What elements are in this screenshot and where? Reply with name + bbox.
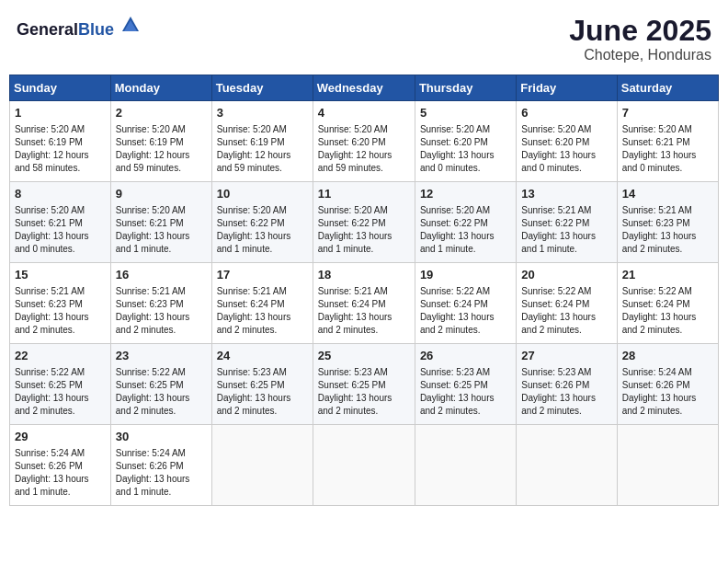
day-info: Daylight: 13 hours — [116, 230, 207, 243]
day-info: Sunrise: 5:22 AM — [622, 285, 713, 298]
day-info: and 2 minutes. — [15, 324, 106, 337]
day-info: Daylight: 13 hours — [116, 473, 207, 486]
day-info: Sunrise: 5:22 AM — [15, 366, 106, 379]
table-row: 21Sunrise: 5:22 AMSunset: 6:24 PMDayligh… — [617, 263, 718, 344]
table-row: 15Sunrise: 5:21 AMSunset: 6:23 PMDayligh… — [10, 263, 111, 344]
day-info: Daylight: 13 hours — [521, 149, 611, 162]
day-info: Sunrise: 5:20 AM — [318, 204, 410, 217]
calendar-week-row: 8Sunrise: 5:20 AMSunset: 6:21 PMDaylight… — [10, 182, 719, 263]
table-row: 3Sunrise: 5:20 AMSunset: 6:19 PMDaylight… — [211, 101, 313, 182]
day-info: Sunrise: 5:20 AM — [116, 123, 207, 136]
day-info: Daylight: 13 hours — [318, 311, 410, 324]
day-info: Daylight: 13 hours — [420, 230, 511, 243]
day-info: and 2 minutes. — [420, 324, 511, 337]
day-number: 12 — [420, 186, 511, 202]
day-number: 20 — [521, 267, 611, 283]
calendar-week-row: 22Sunrise: 5:22 AMSunset: 6:25 PMDayligh… — [10, 344, 719, 425]
table-row: 1Sunrise: 5:20 AMSunset: 6:19 PMDaylight… — [10, 101, 111, 182]
day-info: Sunset: 6:25 PM — [15, 379, 106, 392]
day-info: Sunset: 6:25 PM — [116, 379, 207, 392]
day-info: and 2 minutes. — [318, 405, 410, 418]
day-number: 28 — [622, 348, 713, 364]
day-info: Sunrise: 5:20 AM — [116, 204, 207, 217]
day-info: Sunset: 6:19 PM — [217, 136, 308, 149]
calendar-week-row: 29Sunrise: 5:24 AMSunset: 6:26 PMDayligh… — [10, 425, 719, 506]
day-info: Sunset: 6:26 PM — [116, 460, 207, 473]
logo-icon — [120, 15, 141, 35]
day-info: Daylight: 13 hours — [622, 311, 713, 324]
day-info: and 2 minutes. — [622, 405, 713, 418]
calendar-table: Sunday Monday Tuesday Wednesday Thursday… — [9, 75, 719, 506]
day-info: Sunrise: 5:24 AM — [622, 366, 713, 379]
table-row: 19Sunrise: 5:22 AMSunset: 6:24 PMDayligh… — [415, 263, 516, 344]
day-info: and 2 minutes. — [116, 324, 207, 337]
table-row: 28Sunrise: 5:24 AMSunset: 6:26 PMDayligh… — [617, 344, 718, 425]
day-number: 4 — [318, 105, 410, 121]
day-info: Sunset: 6:23 PM — [15, 298, 106, 311]
day-info: Sunrise: 5:20 AM — [217, 204, 308, 217]
calendar-header-row: Sunday Monday Tuesday Wednesday Thursday… — [10, 75, 719, 101]
logo-blue: Blue — [78, 20, 114, 39]
month-title: June 2025 — [569, 15, 711, 47]
day-info: Sunrise: 5:20 AM — [318, 123, 410, 136]
day-info: Daylight: 12 hours — [116, 149, 207, 162]
day-info: Daylight: 13 hours — [116, 392, 207, 405]
day-info: and 2 minutes. — [622, 324, 713, 337]
day-info: Sunset: 6:26 PM — [15, 460, 106, 473]
logo-text: GeneralBlue — [17, 15, 141, 40]
table-row: 9Sunrise: 5:20 AMSunset: 6:21 PMDaylight… — [110, 182, 211, 263]
day-info: Sunset: 6:22 PM — [420, 217, 511, 230]
day-info: Sunrise: 5:21 AM — [217, 285, 308, 298]
day-info: and 59 minutes. — [318, 162, 410, 175]
table-row: 26Sunrise: 5:23 AMSunset: 6:25 PMDayligh… — [415, 344, 516, 425]
table-row: 11Sunrise: 5:20 AMSunset: 6:22 PMDayligh… — [313, 182, 415, 263]
day-info: Sunset: 6:21 PM — [15, 217, 106, 230]
day-info: and 1 minute. — [217, 243, 308, 256]
day-number: 11 — [318, 186, 410, 202]
day-info: and 2 minutes. — [420, 405, 511, 418]
day-number: 24 — [217, 348, 308, 364]
day-info: Sunset: 6:22 PM — [217, 217, 308, 230]
day-info: Sunrise: 5:23 AM — [318, 366, 410, 379]
day-info: Daylight: 13 hours — [420, 149, 511, 162]
day-info: Sunset: 6:25 PM — [217, 379, 308, 392]
day-number: 18 — [318, 267, 410, 283]
table-row — [313, 425, 415, 506]
day-info: Daylight: 13 hours — [15, 230, 106, 243]
table-row — [211, 425, 313, 506]
col-monday: Monday — [110, 75, 211, 101]
table-row — [517, 425, 617, 506]
day-info: Daylight: 13 hours — [521, 392, 611, 405]
day-number: 21 — [622, 267, 713, 283]
col-saturday: Saturday — [617, 75, 718, 101]
day-info: and 0 minutes. — [521, 162, 611, 175]
day-info: Sunset: 6:24 PM — [217, 298, 308, 311]
table-row: 25Sunrise: 5:23 AMSunset: 6:25 PMDayligh… — [313, 344, 415, 425]
day-info: and 2 minutes. — [521, 405, 611, 418]
day-info: and 2 minutes. — [521, 324, 611, 337]
day-info: Sunset: 6:22 PM — [318, 217, 410, 230]
day-info: and 2 minutes. — [217, 324, 308, 337]
table-row: 30Sunrise: 5:24 AMSunset: 6:26 PMDayligh… — [110, 425, 211, 506]
table-row: 17Sunrise: 5:21 AMSunset: 6:24 PMDayligh… — [211, 263, 313, 344]
day-info: Sunset: 6:19 PM — [15, 136, 106, 149]
col-sunday: Sunday — [10, 75, 111, 101]
day-number: 1 — [15, 105, 106, 121]
day-number: 2 — [116, 105, 207, 121]
day-number: 30 — [116, 429, 207, 445]
day-info: Sunset: 6:22 PM — [521, 217, 611, 230]
day-info: Sunrise: 5:22 AM — [420, 285, 511, 298]
day-info: and 2 minutes. — [116, 405, 207, 418]
day-info: Sunrise: 5:21 AM — [318, 285, 410, 298]
day-info: Daylight: 13 hours — [217, 311, 308, 324]
day-info: Daylight: 13 hours — [622, 149, 713, 162]
day-info: Sunrise: 5:21 AM — [521, 204, 611, 217]
day-info: and 2 minutes. — [622, 243, 713, 256]
day-info: Sunset: 6:24 PM — [622, 298, 713, 311]
day-info: Sunrise: 5:21 AM — [15, 285, 106, 298]
day-info: Daylight: 13 hours — [15, 392, 106, 405]
day-info: Sunset: 6:20 PM — [420, 136, 511, 149]
day-number: 26 — [420, 348, 511, 364]
day-number: 17 — [217, 267, 308, 283]
logo-general: General — [17, 20, 78, 39]
